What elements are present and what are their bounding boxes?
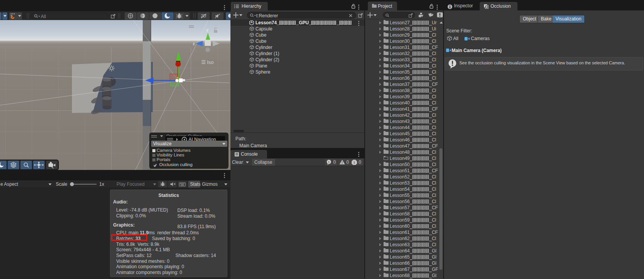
svg-text:z: z (193, 41, 195, 46)
svg-text:!: ! (342, 161, 343, 165)
svg-text:y: y (206, 27, 209, 32)
svg-text:Iso: Iso (207, 59, 214, 65)
svg-text:!: ! (354, 161, 355, 165)
svg-text:!: ! (328, 160, 329, 164)
